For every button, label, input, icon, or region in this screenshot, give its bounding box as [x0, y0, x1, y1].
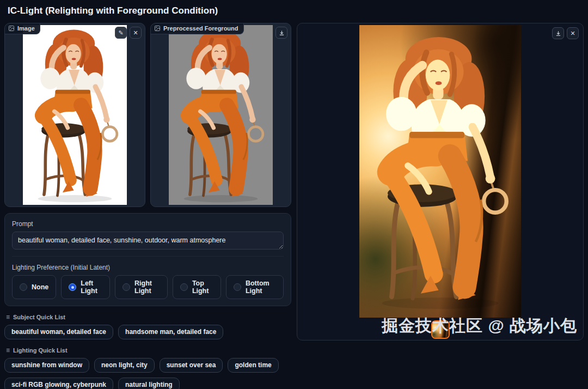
prompt-group: Prompt beautiful woman, detailed face, s…	[4, 213, 291, 306]
left-column: Image ✎ ✕ Preprocessed Fo	[4, 23, 291, 389]
input-image-actions: ✎ ✕	[115, 27, 142, 39]
lighting-quick-list-label-text: Lighting Quick List	[13, 347, 68, 354]
quick-list-item-natural-lighting[interactable]: natural lighting	[118, 378, 180, 389]
prompt-input[interactable]: beautiful woman, detailed face, sunshine…	[12, 232, 284, 250]
radio-dot-icon	[20, 283, 27, 291]
prompt-label: Prompt	[12, 220, 284, 228]
preprocessed-foreground-panel[interactable]: Preprocessed Foreground	[150, 23, 291, 207]
main-layout: Image ✎ ✕ Preprocessed Fo	[4, 23, 584, 389]
image-icon	[8, 25, 15, 32]
page-title: IC-Light (Relighting with Foreground Con…	[8, 5, 580, 16]
preprocessed-foreground-label: Preprocessed Foreground	[151, 23, 244, 34]
quick-list-item-handsome-man-detailed-face[interactable]: handsome man, detailed face	[118, 325, 223, 339]
lighting-quick-list-label: ≡ Lighting Quick List	[6, 347, 290, 354]
radio-dot-icon	[180, 283, 188, 291]
radio-option-top-light[interactable]: Top Light	[173, 275, 221, 299]
image-icon	[154, 25, 161, 32]
preprocessed-foreground-photo	[169, 25, 273, 205]
preprocessed-foreground-label-text: Preprocessed Foreground	[163, 25, 238, 32]
input-image-photo	[23, 25, 127, 205]
radio-option-label: Left Light	[81, 279, 102, 295]
preprocessed-foreground-actions	[275, 27, 287, 39]
figure-illustration	[23, 25, 127, 205]
result-gallery-panel: ✕	[297, 23, 584, 341]
figure-illustration	[169, 25, 273, 205]
ic-light-app: IC-Light (Relighting with Foreground Con…	[0, 0, 588, 389]
radio-dot-icon	[234, 283, 241, 291]
close-icon[interactable]: ✕	[567, 27, 579, 39]
subject-quick-list: beautiful woman, detailed facehandsome m…	[4, 325, 291, 339]
radio-option-label: None	[32, 283, 48, 291]
quick-list-item-sci-fi-rgb-glowing-cyberpunk[interactable]: sci-fi RGB glowing, cyberpunk	[4, 378, 113, 389]
subject-quick-list-label: ≡ Subject Quick List	[6, 313, 290, 321]
subject-quick-list-label-text: Subject Quick List	[13, 314, 65, 320]
edit-icon[interactable]: ✎	[115, 27, 127, 39]
relit-output-image[interactable]	[359, 25, 521, 318]
radio-option-left-light[interactable]: Left Light	[61, 275, 110, 299]
input-image-label-text: Image	[17, 25, 35, 32]
quick-list-item-neon-light-city[interactable]: neon light, city	[94, 358, 155, 373]
radio-dot-icon	[69, 283, 76, 291]
lighting-quick-list: sunshine from windowneon light, citysuns…	[4, 358, 291, 389]
list-icon: ≡	[6, 313, 10, 321]
download-icon[interactable]	[275, 27, 287, 39]
quick-list-item-sunset-over-sea[interactable]: sunset over sea	[160, 358, 223, 373]
radio-option-bottom-light[interactable]: Bottom Light	[226, 275, 284, 299]
radio-option-right-light[interactable]: Right Light	[115, 275, 168, 299]
download-icon[interactable]	[552, 27, 564, 39]
right-column: ✕ 掘金技术社区 @ 战场小包	[297, 23, 584, 341]
list-icon: ≡	[6, 347, 10, 354]
gallery-actions: ✕	[552, 27, 579, 39]
close-icon[interactable]: ✕	[130, 27, 142, 39]
radio-option-label: Bottom Light	[246, 279, 276, 295]
lighting-preference-label: Lighting Preference (Initial Latent)	[12, 264, 284, 271]
input-image-label: Image	[5, 23, 40, 34]
radio-option-label: Top Light	[192, 279, 213, 295]
radio-option-none[interactable]: None	[12, 275, 56, 299]
lighting-preference-options: NoneLeft LightRight LightTop LightBottom…	[12, 275, 284, 299]
quick-list-item-beautiful-woman-detailed-face[interactable]: beautiful woman, detailed face	[4, 325, 113, 339]
radio-option-label: Right Light	[134, 279, 160, 295]
quick-list-item-golden-time[interactable]: golden time	[228, 358, 278, 373]
quick-list-item-sunshine-from-window[interactable]: sunshine from window	[4, 358, 89, 373]
radio-dot-icon	[122, 283, 130, 291]
input-image-panel[interactable]: Image ✎ ✕	[4, 23, 145, 207]
watermark-text: 掘金技术社区 @ 战场小包	[382, 315, 577, 337]
figure-illustration	[359, 25, 521, 318]
lighting-preference-block: Lighting Preference (Initial Latent) Non…	[12, 256, 284, 299]
input-images-row: Image ✎ ✕ Preprocessed Fo	[4, 23, 291, 207]
